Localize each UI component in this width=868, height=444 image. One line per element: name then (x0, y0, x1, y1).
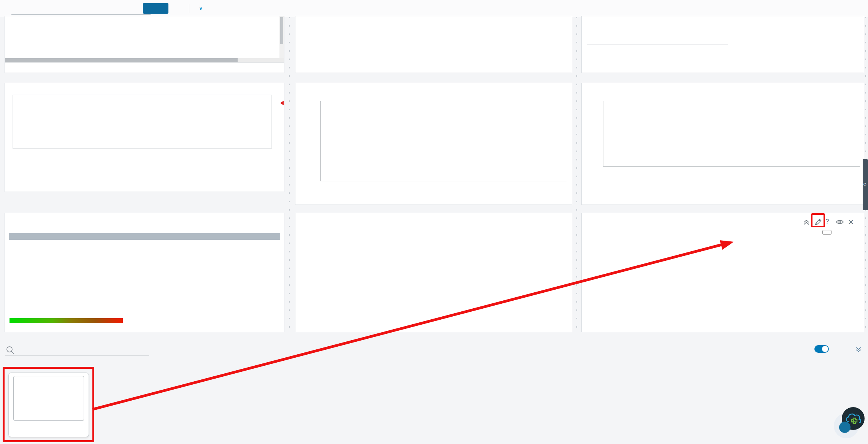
metric-table-widget (5, 16, 284, 73)
pagination-bar (5, 62, 284, 73)
support-icon: ⊙ (863, 182, 867, 186)
search-icon (5, 345, 15, 355)
notification-badge[interactable] (839, 422, 851, 433)
page-sparkline-strip (587, 16, 857, 22)
preview-eye-icon[interactable] (836, 218, 844, 226)
os-uptime-widget (295, 83, 572, 205)
divider (189, 4, 189, 13)
horizontal-scrollbar-thumb[interactable] (5, 58, 238, 62)
workload-contention-widget (5, 213, 284, 332)
horizontal-scrollbar-track[interactable] (238, 58, 284, 62)
topology-mini-graph (14, 377, 84, 417)
usage-sparkline-strip (301, 16, 567, 22)
grid-gutter (576, 17, 577, 334)
close-icon[interactable]: ✕ (848, 218, 856, 226)
help-icon[interactable]: ? (825, 218, 834, 226)
vertical-scrollbar[interactable] (279, 16, 284, 58)
chevron-down-icon: ∨ (199, 6, 203, 11)
legend-separator (587, 44, 728, 44)
usage-chart-widget (295, 16, 572, 73)
disk-line-chart[interactable] (13, 95, 271, 148)
disk-throughput-widget (5, 83, 284, 192)
alert-marker-icon (280, 101, 284, 105)
topology-preview (13, 376, 84, 421)
topology-graph-widget: ? ✕ (581, 213, 864, 332)
topology-graph-widget-card[interactable] (8, 373, 89, 437)
grid-gutter (289, 17, 290, 334)
metric-table (5, 16, 279, 62)
edit-pencil-icon[interactable] (814, 218, 822, 226)
legend-separator (301, 60, 458, 60)
collapse-icon[interactable] (802, 218, 811, 226)
cost-savings-widget (581, 83, 864, 205)
edit-widget-tooltip (822, 230, 832, 235)
treemap (9, 240, 280, 314)
support-tab[interactable]: ⊙ (863, 159, 868, 210)
color-scale (10, 318, 123, 323)
dashboard-title-input[interactable] (11, 2, 151, 15)
search-underline (5, 355, 149, 355)
cost-plot (603, 101, 860, 166)
page-chart-widget (581, 16, 864, 73)
views-widgets-toggle[interactable] (814, 345, 829, 353)
object-widget (295, 213, 572, 332)
treemap-group-header[interactable] (9, 233, 280, 240)
uptime-plot (320, 101, 567, 181)
collapse-panel-icon[interactable] (855, 346, 862, 354)
actions-menu-button[interactable]: ∨ (199, 5, 203, 11)
top-bar: ∨ (0, 0, 868, 17)
save-button[interactable] (143, 3, 168, 14)
legend-separator (13, 174, 220, 174)
